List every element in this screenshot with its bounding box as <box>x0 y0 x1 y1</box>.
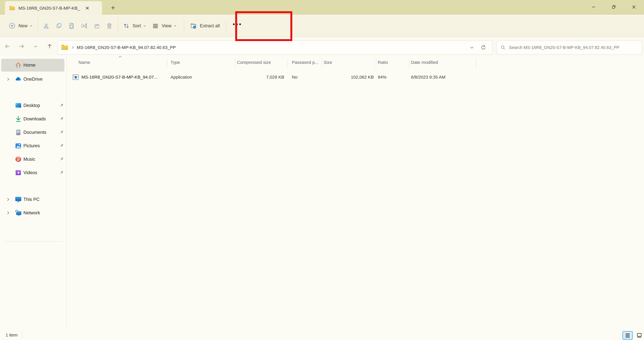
column-header-name[interactable]: Name <box>78 58 90 66</box>
minimize-button[interactable] <box>584 0 604 14</box>
column-header-password-protected[interactable]: Password p... <box>292 58 318 66</box>
minimize-icon <box>591 4 596 9</box>
copy-button[interactable] <box>53 18 65 34</box>
column-header-ratio[interactable]: Ratio <box>378 58 388 66</box>
column-resize-handle[interactable] <box>167 58 167 68</box>
chevron-right-icon[interactable] <box>6 197 10 202</box>
toolbar-divider <box>184 20 184 32</box>
new-tab-button[interactable]: + <box>108 3 118 12</box>
pin-icon[interactable] <box>60 117 64 121</box>
desktop-icon <box>15 102 22 109</box>
column-resize-handle[interactable] <box>288 58 288 68</box>
file-row[interactable]: MS-16R8_GN20-S7-B-MP-KB_94.07... Applica… <box>67 72 535 82</box>
network-icon <box>15 209 22 216</box>
pin-icon[interactable] <box>60 144 64 148</box>
search-icon <box>500 45 506 50</box>
close-button[interactable] <box>624 0 644 14</box>
toolbar-divider <box>226 20 226 32</box>
sidebar-item-pictures[interactable]: Pictures <box>1 139 64 152</box>
search-input[interactable] <box>509 45 638 50</box>
column-resize-handle[interactable] <box>322 58 322 68</box>
address-bar[interactable]: MS-16R8_GN20-S7-B-MP-KB_94.07.82.40.63_P… <box>57 40 492 54</box>
sidebar-item-label: OneDrive <box>24 77 42 82</box>
column-header-compressed-size[interactable]: Compressed size <box>237 58 271 66</box>
window-controls <box>584 0 644 14</box>
this-pc-icon <box>15 196 22 203</box>
pin-icon[interactable] <box>60 130 64 135</box>
extract-all-button[interactable]: Extract all <box>187 18 223 34</box>
copy-icon <box>56 22 62 29</box>
paste-icon <box>68 22 75 29</box>
close-icon <box>632 4 636 9</box>
cut-button[interactable] <box>40 18 53 34</box>
forward-button[interactable] <box>17 42 26 51</box>
sidebar-item-label: Documents <box>24 130 46 135</box>
sidebar-item-home[interactable]: Home <box>1 59 64 72</box>
rename-icon <box>81 22 88 29</box>
up-button[interactable] <box>45 42 54 51</box>
sort-arrows-icon <box>123 22 130 29</box>
pin-icon[interactable] <box>60 157 64 162</box>
cut-icon <box>43 22 50 29</box>
large-icons-view-button[interactable] <box>634 331 644 340</box>
sort-button[interactable]: Sort <box>120 18 149 34</box>
column-header-type[interactable]: Type <box>170 58 180 66</box>
column-resize-handle[interactable] <box>235 58 235 68</box>
column-header-size[interactable]: Size <box>324 58 332 66</box>
column-resize-handle[interactable] <box>376 58 376 68</box>
tab-close-icon[interactable]: ✕ <box>85 6 90 11</box>
onedrive-icon <box>15 76 22 83</box>
large-icons-view-icon <box>636 333 642 338</box>
extract-all-label: Extract all <box>200 23 220 28</box>
sidebar-item-desktop[interactable]: Desktop <box>1 99 64 112</box>
see-more-button[interactable]: ••• <box>230 18 245 34</box>
back-arrow-icon <box>4 43 11 49</box>
sidebar-item-label: Desktop <box>24 103 40 108</box>
refresh-icon[interactable] <box>480 44 487 51</box>
sidebar-item-label: Network <box>24 210 40 215</box>
chevron-right-icon[interactable] <box>6 77 10 82</box>
explorer-tab[interactable]: MS-16R8_GN20-S7-B-MP-KB_ ✕ <box>5 1 102 15</box>
new-button[interactable]: New <box>6 18 36 34</box>
recent-locations-button[interactable] <box>31 42 40 51</box>
plus-circle-icon <box>9 22 16 29</box>
sidebar-item-videos[interactable]: Videos <box>1 166 64 179</box>
zip-folder-icon <box>9 5 15 11</box>
chevron-right-icon[interactable] <box>6 210 10 215</box>
sort-ascending-icon <box>118 55 122 58</box>
paste-button[interactable] <box>65 18 78 34</box>
sidebar-item-onedrive[interactable]: OneDrive <box>1 73 64 86</box>
column-resize-handle[interactable] <box>409 58 409 68</box>
back-button[interactable] <box>3 42 12 51</box>
pin-icon[interactable] <box>60 170 64 175</box>
sidebar-separator <box>4 241 63 242</box>
sort-button-label: Sort <box>132 23 141 28</box>
sidebar-item-this-pc[interactable]: This PC <box>1 193 64 206</box>
zip-folder-icon <box>61 44 68 51</box>
sidebar: Home OneDrive Desktop Download <box>0 55 66 331</box>
share-button[interactable] <box>90 18 103 34</box>
chevron-down-icon <box>33 44 38 49</box>
column-header-date-modified[interactable]: Date modified <box>411 58 438 66</box>
view-lines-icon <box>152 22 159 29</box>
command-toolbar: New <box>0 15 644 37</box>
tab-title: MS-16R8_GN20-S7-B-MP-KB_ <box>18 6 80 11</box>
pin-icon[interactable] <box>60 103 64 108</box>
restore-button[interactable] <box>604 0 624 14</box>
address-dropdown-chevron-icon[interactable] <box>470 45 474 50</box>
details-view-icon <box>625 333 630 338</box>
sidebar-item-downloads[interactable]: Downloads <box>1 113 64 125</box>
sidebar-item-music[interactable]: Music <box>1 153 64 166</box>
view-button[interactable]: View <box>149 18 180 34</box>
file-explorer-window: MS-16R8_GN20-S7-B-MP-KB_ ✕ + <box>0 0 644 340</box>
delete-button[interactable] <box>103 18 116 34</box>
sidebar-item-label: This PC <box>24 197 40 202</box>
pictures-icon <box>15 142 22 150</box>
rename-button[interactable] <box>78 18 90 34</box>
details-view-button[interactable] <box>622 331 633 340</box>
sidebar-item-documents[interactable]: Documents <box>1 126 64 139</box>
sidebar-item-network[interactable]: Network <box>1 206 64 219</box>
status-divider <box>22 331 22 339</box>
chevron-down-icon <box>143 24 146 27</box>
column-resize-handle[interactable] <box>476 58 476 68</box>
